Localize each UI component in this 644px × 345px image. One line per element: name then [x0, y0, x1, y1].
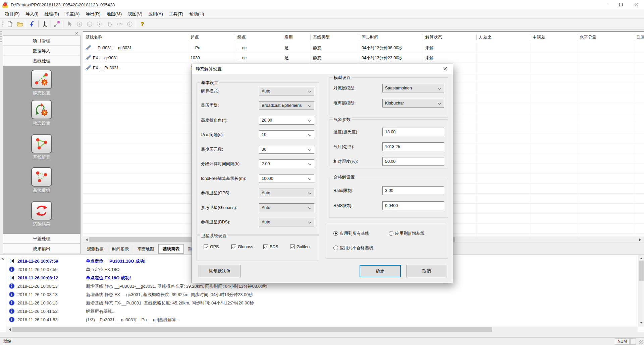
checkbox-galileo[interactable]: Galileo	[290, 245, 310, 249]
column-header-solve-status[interactable]: 解算状态	[423, 32, 477, 43]
ionosphere-model-dropdown[interactable]: Klobuchar	[382, 99, 444, 108]
ionofree-length-combo[interactable]: 10000	[259, 174, 314, 183]
pressure-input[interactable]: 1013.25	[382, 142, 444, 151]
column-header-vertical[interactable]: 垂直分量	[634, 32, 644, 43]
scroll-up-button[interactable]	[638, 255, 644, 260]
column-header-sync-time[interactable]: 同步时间	[359, 32, 423, 43]
table-row[interactable]: FX-__gc3031 1030 __gc 是 静态 04小时13分钟23.00…	[83, 53, 644, 63]
baseline-regroup-icon[interactable]	[31, 167, 52, 187]
dynamic-settings-icon[interactable]	[31, 100, 52, 119]
tab-observation-data[interactable]: 观测数据	[83, 245, 108, 254]
log-row[interactable]: 2018-11-26 10:41:53 (1/3)__Pu3031-__gc30…	[6, 316, 634, 324]
zoom-extent-button[interactable]	[95, 20, 105, 28]
min-epochs-combo[interactable]: 30	[259, 145, 314, 154]
scrollbar-thumb[interactable]	[12, 327, 492, 332]
sidebar-grip[interactable]	[0, 31, 2, 43]
solve-mode-dropdown[interactable]: Auto	[259, 87, 314, 95]
open-project-button[interactable]	[15, 20, 25, 28]
context-help-button[interactable]: ?	[115, 20, 125, 28]
table-row[interactable]: __Pu3031-__gc3031 __Pu __gc 是 静态 04小时13分…	[83, 43, 644, 53]
radio-apply-all-baselines[interactable]: 应用到所有基线	[333, 231, 369, 236]
column-header-rms[interactable]: 中误差	[530, 32, 577, 43]
menu-item-export[interactable]: 导出(R)	[83, 9, 103, 18]
segment-interval-combo[interactable]: 2.00	[259, 159, 314, 168]
log-row[interactable]: 2018-11-26 10:08:13 新增基线 静态 FX-__Pu3031,…	[6, 299, 634, 307]
menu-item-tools[interactable]: 工具(T)	[166, 9, 186, 18]
sidebar-section-baseline-processing[interactable]: 基线处理	[3, 56, 80, 66]
humidity-input[interactable]: 50.00	[382, 157, 444, 166]
menu-item-adjustment[interactable]: 平差(A)	[62, 9, 83, 18]
help-button[interactable]: ?	[137, 20, 147, 28]
new-project-button[interactable]	[5, 20, 15, 28]
scroll-right-button[interactable]	[638, 237, 644, 242]
elevation-mask-combo[interactable]: 20.00	[259, 116, 314, 125]
menu-item-apply[interactable]: 应用(A)	[145, 9, 166, 18]
column-header-end[interactable]: 终点	[235, 32, 282, 43]
checkbox-glonass[interactable]: Glonass	[231, 245, 253, 249]
ref-satellite-bds-dropdown[interactable]: Auto	[259, 218, 314, 226]
sidebar-close-button[interactable]	[75, 31, 78, 36]
minimize-button[interactable]	[598, 0, 613, 9]
clear-results-icon[interactable]	[31, 201, 52, 220]
baseline-edit-button[interactable]	[52, 20, 62, 28]
ref-satellite-glonass-dropdown[interactable]: Auto	[259, 203, 314, 212]
zoom-out-button[interactable]	[85, 20, 95, 28]
info-button[interactable]	[125, 20, 135, 28]
checkbox-gps[interactable]: GPS	[204, 245, 219, 249]
baseline-solve-icon[interactable]	[31, 134, 52, 153]
log-row[interactable]: 2018-11-26 10:41:52 解算所有基线...	[6, 307, 634, 316]
menu-item-import[interactable]: 导入(I)	[22, 9, 41, 18]
maximize-button[interactable]	[613, 0, 629, 9]
tool-clear-results[interactable]: 清除结果	[3, 201, 80, 227]
restore-defaults-button[interactable]: 恢复默认值	[199, 265, 241, 277]
scroll-left-button[interactable]	[6, 327, 12, 332]
tab-baseline-summary[interactable]: 基线简表	[158, 244, 184, 254]
cancel-button[interactable]: 取消	[406, 265, 447, 277]
column-header-start[interactable]: 起点	[188, 32, 235, 43]
tool-baseline-solve[interactable]: 基线解算	[3, 134, 80, 160]
menu-item-project[interactable]: 项目(P)	[2, 9, 22, 18]
column-header-enabled[interactable]: 启用	[282, 32, 311, 43]
log-row[interactable]: 2018-11-26 10:08:13 新增基线 静态 FX-__gc3031,…	[6, 290, 634, 299]
sidebar-section-results-output[interactable]: 成果输出	[3, 244, 80, 254]
ephemeris-type-dropdown[interactable]: Broadcast Ephemeris	[259, 101, 314, 110]
column-header-variance-ratio[interactable]: 方差比	[477, 32, 530, 43]
station-button[interactable]	[40, 20, 50, 28]
scroll-left-button[interactable]	[83, 237, 89, 242]
tool-static-settings[interactable]: 静态设置	[3, 70, 80, 96]
radio-apply-new-baselines[interactable]: 应用到新增基线	[389, 231, 425, 236]
column-header-baseline-name[interactable]: 基线名称	[83, 32, 188, 43]
checkbox-bds[interactable]: BDS	[263, 245, 278, 249]
sidebar-section-adjustment[interactable]: 平差处理	[3, 233, 80, 244]
sidebar-section-data-import[interactable]: 数据导入	[3, 46, 80, 56]
menu-item-process[interactable]: 处理(B)	[42, 9, 62, 18]
dialog-close-button[interactable]	[438, 64, 453, 74]
close-button[interactable]	[629, 0, 644, 9]
toolbar-grip[interactable]	[2, 21, 3, 27]
troposphere-model-dropdown[interactable]: Saastamoinen	[382, 84, 444, 92]
import-button[interactable]	[27, 20, 37, 28]
log-horizontal-scrollbar[interactable]	[6, 327, 638, 332]
log-vertical-scrollbar[interactable]	[638, 255, 644, 327]
menu-item-view[interactable]: 视图(V)	[125, 9, 145, 18]
tab-plane-map[interactable]: 平面地图	[133, 245, 158, 254]
scrollbar-thumb[interactable]	[639, 261, 644, 281]
log-close-button[interactable]	[1, 257, 4, 261]
scroll-down-button[interactable]	[638, 321, 644, 326]
ok-button[interactable]: 确定	[360, 265, 401, 277]
select-cursor-button[interactable]	[64, 20, 74, 28]
tool-baseline-regroup[interactable]: 基线重组	[3, 167, 80, 194]
column-header-horizontal[interactable]: 水平分量	[577, 32, 634, 43]
ratio-limit-input[interactable]: 3.00	[382, 186, 444, 195]
column-header-type[interactable]: 基线类型	[311, 32, 359, 43]
menu-item-map[interactable]: 地图(M)	[103, 9, 125, 18]
tool-dynamic-settings[interactable]: 动态设置	[3, 100, 80, 126]
menu-item-help[interactable]: 帮助(H)	[186, 9, 207, 18]
tab-time-chart[interactable]: 时间图示	[108, 245, 133, 254]
static-settings-icon[interactable]	[31, 70, 52, 89]
pan-button[interactable]	[105, 20, 115, 28]
temperature-input[interactable]: 18.00	[382, 128, 444, 136]
rms-limit-input[interactable]: 0.0400	[382, 201, 444, 210]
ref-satellite-gps-dropdown[interactable]: Auto	[259, 189, 314, 197]
epoch-interval-combo[interactable]: 10	[259, 130, 314, 139]
